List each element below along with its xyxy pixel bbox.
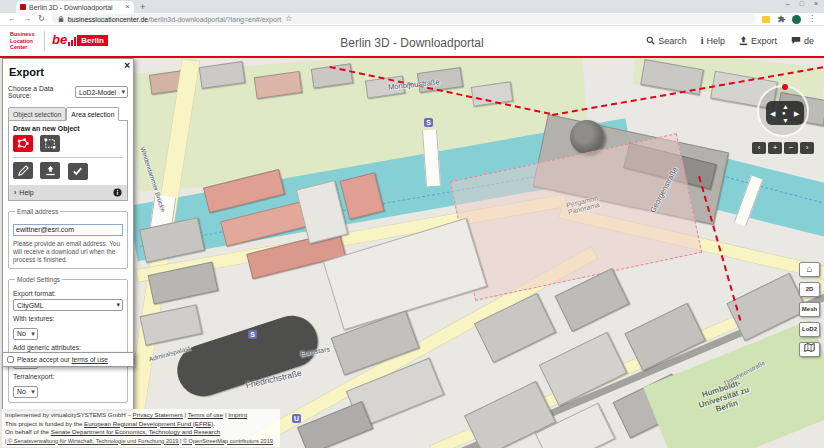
- tab-close-icon[interactable]: ×: [125, 4, 130, 10]
- map-layer-controls: ⌂ 2D Mesh LoD2: [799, 262, 820, 357]
- search-icon: [646, 36, 655, 45]
- rectangle-select-icon: [44, 138, 56, 149]
- email-input[interactable]: [13, 224, 123, 236]
- panel-close-icon[interactable]: ×: [124, 60, 130, 71]
- address-input[interactable]: businesslocationcenter.de/berlin3d-downl…: [52, 14, 755, 24]
- new-tab-button[interactable]: +: [140, 2, 145, 12]
- pan-up-icon[interactable]: ▲: [782, 103, 789, 110]
- back-icon[interactable]: ←: [8, 14, 16, 24]
- export-format-value: CityGML: [17, 302, 43, 309]
- privacy-link[interactable]: Privacy Statement: [133, 411, 183, 418]
- help-button[interactable]: i Help: [701, 35, 725, 46]
- export-format-select[interactable]: CityGML ▾: [13, 299, 123, 311]
- home-view-button[interactable]: ⌂: [799, 262, 820, 277]
- edit-selection-button[interactable]: [13, 162, 33, 179]
- model-settings-legend: Model Settings: [15, 276, 62, 283]
- divider: [13, 157, 123, 158]
- senate-link[interactable]: Senate Department for Economics, Technol…: [51, 428, 220, 435]
- pencil-edit-icon: [18, 165, 29, 176]
- tilt-left-button[interactable]: ‹: [752, 142, 766, 154]
- url-path: /berlin3d-downloadportal/?lang=en#/expor…: [148, 16, 281, 23]
- basemap-button[interactable]: [799, 342, 820, 357]
- tab-area-selection[interactable]: Area selection: [66, 107, 119, 121]
- info-circle-icon: [113, 188, 122, 197]
- reload-icon[interactable]: ↻: [38, 14, 45, 24]
- extensions-puzzle-icon[interactable]: [777, 15, 785, 23]
- email-fieldset: Email address Please provide an email ad…: [8, 208, 128, 269]
- terms-of-use-link[interactable]: Terms of use: [188, 411, 223, 418]
- compass-control[interactable]: ▲ ▼ ◀ ▶ ●: [757, 85, 809, 137]
- footer-text: .: [213, 420, 215, 427]
- export-format-label: Export format:: [13, 290, 123, 297]
- textures-select[interactable]: No ▾: [13, 328, 38, 340]
- tab-object-selection[interactable]: Object selection: [8, 107, 66, 121]
- extension-icon[interactable]: [762, 16, 770, 23]
- bookmark-star-icon[interactable]: ☆: [285, 14, 292, 24]
- data-source-row: Choose a Data Source: LoD2-Model ▾: [8, 85, 128, 99]
- help-label: Help: [706, 36, 725, 46]
- area-selection-body: Draw an new Object: [8, 120, 128, 201]
- confirm-selection-button[interactable]: [68, 163, 88, 180]
- efre-link[interactable]: European Regional Development Fund (EFRE…: [84, 420, 213, 427]
- draw-rectangle-button[interactable]: [40, 135, 60, 152]
- export-upload-icon: [739, 36, 748, 46]
- export-button[interactable]: Export: [739, 36, 777, 46]
- terrain-export-select[interactable]: No ▾: [13, 386, 38, 398]
- pan-right-icon[interactable]: ▶: [794, 110, 799, 117]
- compass-center-icon[interactable]: ●: [782, 110, 786, 117]
- zoom-in-button[interactable]: +: [768, 142, 782, 154]
- legal-footer: Implemented by virtualcitySYSTEMS GmbH –…: [2, 409, 280, 447]
- terms-text: Please accept our terms of use: [17, 356, 108, 363]
- forward-icon[interactable]: →: [23, 14, 31, 24]
- search-button[interactable]: Search: [646, 36, 687, 46]
- pan-left-icon[interactable]: ◀: [770, 110, 775, 117]
- browser-tab[interactable]: Berlin 3D - Downloadportal ×: [16, 1, 134, 13]
- help-accordion[interactable]: › Help: [9, 185, 127, 200]
- email-legend: Email address: [15, 208, 60, 215]
- sbahn-badge: S: [424, 118, 433, 127]
- data-source-select[interactable]: LoD2-Model ▾: [75, 86, 128, 98]
- help-accordion-label: Help: [19, 189, 33, 196]
- app-header: Business Location Center be Berlin Berli…: [0, 26, 824, 58]
- tilt-right-button[interactable]: ›: [800, 142, 814, 154]
- browser-tab-strip: Berlin 3D - Downloadportal × + – □ ×: [0, 0, 824, 13]
- footer-text: Implemented by virtualcitySYSTEMS GmbH –: [5, 411, 133, 418]
- textures-value: No: [17, 330, 26, 337]
- tab-title: Berlin 3D - Downloadportal: [29, 4, 122, 11]
- footer-text: This project is funded by the: [5, 420, 84, 427]
- padlock-icon: [58, 15, 64, 23]
- chevron-down-icon: ▾: [31, 330, 35, 338]
- speech-bubble-icon: [791, 36, 801, 45]
- info-icon: i: [701, 35, 704, 46]
- terms-link[interactable]: terms of use: [72, 356, 108, 363]
- polygon-draw-icon: [17, 138, 29, 149]
- upload-geometry-button[interactable]: [40, 162, 60, 179]
- draw-polygon-button[interactable]: [13, 135, 33, 152]
- email-hint: Please provide an email address. You wil…: [13, 240, 123, 264]
- upload-icon: [45, 165, 56, 176]
- sbahn-badge: S: [248, 330, 257, 339]
- model-settings-fieldset: Model Settings Export format: CityGML ▾ …: [8, 276, 128, 403]
- window-close-icon[interactable]: ×: [814, 0, 818, 7]
- browser-menu-icon[interactable]: ⋮: [808, 14, 816, 24]
- window-maximize-icon[interactable]: □: [800, 0, 804, 7]
- imprint-link[interactable]: Imprint: [228, 411, 247, 418]
- chevron-down-icon: ▾: [116, 301, 120, 309]
- export-label: Export: [751, 36, 777, 46]
- pan-down-icon[interactable]: ▼: [782, 117, 789, 124]
- terms-checkbox[interactable]: [7, 356, 14, 363]
- profile-avatar[interactable]: [792, 15, 801, 24]
- zoom-out-button[interactable]: −: [784, 142, 798, 154]
- language-button[interactable]: de: [791, 36, 814, 46]
- browser-url-bar: ← → ↻ businesslocationcenter.de/berlin3d…: [0, 13, 824, 26]
- data-source-label: Choose a Data Source:: [8, 85, 72, 99]
- chevron-right-icon: ›: [14, 189, 16, 196]
- url-text: businesslocationcenter.de/berlin3d-downl…: [68, 16, 281, 23]
- mesh-layer-button[interactable]: Mesh: [799, 302, 820, 317]
- lod2-layer-button[interactable]: LoD2: [799, 322, 820, 337]
- site-favicon-icon: [20, 4, 26, 10]
- view-2d-button[interactable]: 2D: [799, 282, 820, 297]
- window-minimize-icon[interactable]: –: [786, 0, 790, 7]
- terms-prefix: Please accept our: [17, 356, 70, 363]
- search-label: Search: [658, 36, 687, 46]
